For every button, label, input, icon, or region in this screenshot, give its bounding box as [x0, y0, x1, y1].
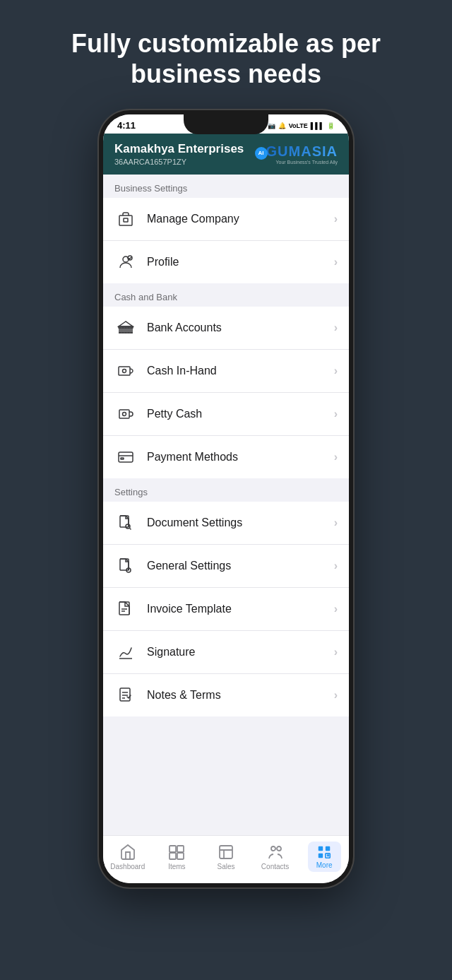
more-icon — [316, 844, 332, 860]
section-business-settings: Business Settings Manage Company — [103, 175, 349, 283]
petty-cash-chevron: › — [334, 408, 338, 420]
menu-item-invoice-template[interactable]: Invoice Template › — [103, 588, 349, 631]
svg-rect-7 — [122, 328, 124, 333]
invoice-template-label: Invoice Template — [147, 603, 334, 615]
menu-group-settings: Document Settings › — [103, 502, 349, 716]
menu-item-bank-accounts[interactable]: Bank Accounts › — [103, 307, 349, 350]
notes-terms-chevron: › — [334, 689, 338, 702]
invoice-template-chevron: › — [334, 603, 338, 615]
svg-rect-8 — [125, 328, 126, 333]
svg-rect-33 — [220, 846, 232, 858]
svg-rect-15 — [119, 452, 133, 462]
svg-rect-29 — [170, 846, 176, 852]
signature-chevron: › — [334, 646, 338, 659]
svg-rect-6 — [119, 328, 121, 333]
general-settings-chevron: › — [334, 560, 338, 572]
hero-text: Fully customizable as per business needs — [0, 0, 452, 110]
logo-text: GUMASIA — [266, 143, 338, 160]
payment-methods-icon — [114, 446, 137, 468]
svg-rect-9 — [128, 328, 129, 333]
general-settings-icon — [114, 555, 137, 577]
bottom-nav: Dashboard Items Sales — [103, 835, 349, 883]
menu-item-petty-cash[interactable]: Petty Cash › — [103, 393, 349, 436]
signature-label: Signature — [147, 646, 334, 659]
menu-item-signature[interactable]: Signature › — [103, 631, 349, 674]
nav-item-sales[interactable]: Sales — [201, 844, 251, 870]
svg-rect-2 — [124, 218, 128, 222]
profile-chevron: › — [334, 256, 338, 268]
svg-point-14 — [123, 413, 126, 416]
menu-item-profile[interactable]: Profile › — [103, 241, 349, 283]
phone-screen: 4:11 📷 🔔 VoLTE ▌▌▌ 🔋 Kamakhya Enterprise… — [103, 114, 349, 883]
menu-item-payment-methods[interactable]: Payment Methods › — [103, 436, 349, 478]
svg-point-36 — [271, 846, 275, 851]
document-settings-label: Document Settings — [147, 516, 334, 529]
petty-cash-label: Petty Cash — [147, 408, 334, 420]
more-nav-bg: More — [308, 842, 341, 872]
bank-accounts-icon — [114, 317, 137, 339]
company-id: 36AARCA1657P1ZY — [114, 158, 244, 166]
status-time: 4:11 — [117, 120, 136, 131]
section-header-cash-bank: Cash and Bank — [103, 283, 349, 307]
bank-accounts-label: Bank Accounts — [147, 321, 334, 334]
svg-point-18 — [126, 524, 130, 529]
notch — [184, 114, 268, 134]
document-settings-chevron: › — [334, 516, 338, 529]
document-settings-icon — [114, 512, 137, 534]
svg-rect-16 — [121, 458, 124, 459]
sales-nav-label: Sales — [217, 863, 234, 870]
menu-item-notes-terms[interactable]: Notes & Terms › — [103, 674, 349, 716]
status-bar: 4:11 📷 🔔 VoLTE ▌▌▌ 🔋 — [103, 114, 349, 134]
dashboard-icon — [119, 844, 136, 861]
company-info: Kamakhya Enterprises 36AARCA1657P1ZY — [114, 142, 244, 166]
section-header-business-settings: Business Settings — [103, 175, 349, 198]
menu-item-general-settings[interactable]: General Settings › — [103, 545, 349, 588]
svg-rect-13 — [119, 410, 129, 418]
dashboard-nav-label: Dashboard — [110, 863, 145, 870]
nav-item-items[interactable]: Items — [153, 844, 202, 870]
svg-point-37 — [277, 846, 281, 851]
section-settings: Settings Document Settings — [103, 478, 349, 716]
svg-rect-30 — [177, 846, 184, 852]
svg-rect-40 — [319, 854, 323, 858]
logo-tagline: Your Business's Trusted Ally — [276, 160, 338, 165]
nav-item-dashboard[interactable]: Dashboard — [103, 844, 153, 870]
cash-in-hand-chevron: › — [334, 365, 338, 377]
status-icons: 📷 🔔 VoLTE ▌▌▌ 🔋 — [268, 122, 335, 129]
svg-rect-10 — [131, 328, 132, 333]
payment-methods-chevron: › — [334, 451, 338, 464]
svg-point-12 — [123, 370, 126, 373]
phone-device: 4:11 📷 🔔 VoLTE ▌▌▌ 🔋 Kamakhya Enterprise… — [99, 110, 353, 887]
nav-item-more[interactable]: More — [299, 842, 349, 872]
contacts-nav-label: Contacts — [261, 863, 289, 870]
nav-item-contacts[interactable]: Contacts — [251, 844, 300, 870]
payment-methods-label: Payment Methods — [147, 451, 334, 464]
notes-terms-icon — [114, 684, 137, 707]
manage-company-chevron: › — [334, 213, 338, 225]
scroll-content[interactable]: Business Settings Manage Company — [103, 175, 349, 835]
svg-rect-39 — [326, 846, 330, 851]
svg-rect-31 — [170, 853, 176, 859]
svg-rect-0 — [119, 216, 132, 225]
section-header-settings: Settings — [103, 478, 349, 502]
menu-item-document-settings[interactable]: Document Settings › — [103, 502, 349, 545]
app-logo: AI GUMASIA Your Business's Trusted Ally — [252, 143, 338, 165]
app-header: Kamakhya Enterprises 36AARCA1657P1ZY AI … — [103, 134, 349, 175]
menu-group-business: Manage Company › Profile — [103, 198, 349, 283]
contacts-icon — [267, 844, 284, 861]
logo-ai-badge: AI — [255, 147, 268, 160]
menu-item-manage-company[interactable]: Manage Company › — [103, 198, 349, 241]
cash-in-hand-icon — [114, 360, 137, 382]
items-icon — [168, 844, 185, 861]
section-cash-bank: Cash and Bank — [103, 283, 349, 478]
svg-rect-25 — [120, 688, 130, 701]
bank-accounts-chevron: › — [334, 321, 338, 334]
sales-icon — [218, 844, 234, 861]
signature-icon — [114, 641, 137, 663]
cash-in-hand-label: Cash In-Hand — [147, 365, 334, 377]
more-nav-label: More — [316, 861, 333, 869]
svg-rect-21 — [119, 602, 129, 615]
manage-company-icon — [114, 208, 137, 230]
manage-company-label: Manage Company — [147, 213, 334, 225]
menu-item-cash-in-hand[interactable]: Cash In-Hand › — [103, 350, 349, 393]
